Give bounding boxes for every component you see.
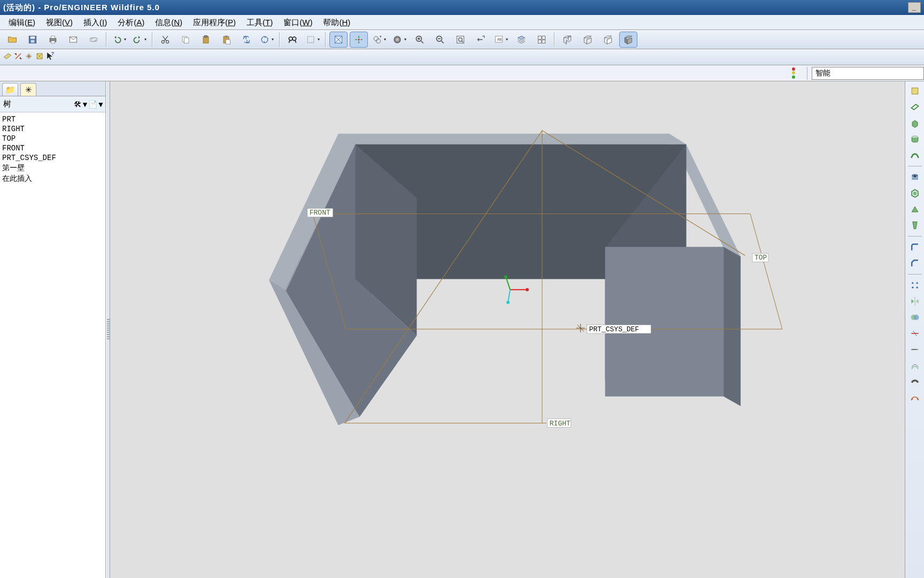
zoom-in-icon[interactable]: [411, 32, 429, 48]
round-icon[interactable]: [907, 240, 923, 255]
save-icon[interactable]: [24, 32, 42, 48]
shading-icon[interactable]: [619, 32, 637, 48]
mail-icon[interactable]: [64, 32, 82, 48]
menu-info[interactable]: 信息(N): [150, 17, 188, 29]
feature-toolbar: [905, 81, 924, 578]
svg-rect-12: [205, 35, 207, 37]
menu-help[interactable]: 帮助(H): [318, 17, 356, 29]
tree-show-icon[interactable]: 📄▼: [90, 98, 102, 110]
menu-tools[interactable]: 工具(T): [241, 17, 278, 29]
open-icon[interactable]: [3, 32, 21, 48]
rib-icon[interactable]: [907, 202, 923, 217]
svg-point-89: [912, 282, 913, 284]
datum-axis-display-icon[interactable]: [13, 51, 24, 64]
saved-views-icon[interactable]: AB▼: [492, 32, 510, 48]
tree-item[interactable]: TOP: [1, 134, 104, 143]
redo-icon[interactable]: ▼: [130, 32, 149, 48]
style-icon[interactable]: [907, 390, 923, 405]
svg-point-95: [911, 398, 913, 400]
minimize-button[interactable]: _: [908, 2, 921, 13]
menu-window[interactable]: 窗口(W): [278, 17, 318, 29]
tree-item[interactable]: 在此插入: [1, 173, 104, 184]
menu-insert[interactable]: 插入(I): [78, 17, 112, 29]
datum-point-display-icon[interactable]: [24, 51, 34, 64]
wireframe-icon[interactable]: [558, 32, 576, 48]
layers-icon[interactable]: [512, 32, 530, 48]
tree-item[interactable]: PRT_CSYS_DEF: [1, 153, 104, 163]
tree-settings-icon[interactable]: 🛠▼: [75, 98, 87, 110]
tab-folder-icon[interactable]: 📁: [2, 83, 18, 96]
hidden-line-icon[interactable]: [579, 32, 597, 48]
repaint-icon[interactable]: [329, 32, 348, 48]
pattern-icon[interactable]: [907, 278, 923, 293]
extrude-icon[interactable]: [907, 116, 923, 131]
splitter[interactable]: [106, 81, 110, 578]
spin-center-icon[interactable]: [350, 32, 368, 48]
shell-icon[interactable]: [907, 186, 923, 201]
paste-special-icon[interactable]: [217, 32, 235, 48]
datum-plane-display-icon[interactable]: [2, 51, 13, 64]
svg-marker-48: [338, 134, 687, 144]
regen-auto-icon[interactable]: ▼: [258, 32, 276, 48]
chamfer-icon[interactable]: [907, 256, 923, 271]
sketch-icon[interactable]: [907, 83, 923, 98]
tree-item[interactable]: PRT: [1, 115, 104, 124]
datum-plane-icon[interactable]: [907, 100, 923, 115]
help-cursor-icon[interactable]: ?: [45, 51, 56, 64]
offset-icon[interactable]: [907, 358, 923, 373]
zoom-out-icon[interactable]: [431, 32, 449, 48]
paste-icon[interactable]: [197, 32, 215, 48]
select-icon[interactable]: ▼: [304, 32, 322, 48]
3d-viewport[interactable]: FRONT TOP RIGHT PRT_CSYS_DEF: [110, 81, 905, 578]
view-manager-icon[interactable]: [533, 32, 551, 48]
tree-item[interactable]: 第一壁: [1, 163, 104, 173]
csys-triad: [504, 275, 529, 304]
tree-item[interactable]: FRONT: [1, 143, 104, 153]
svg-point-91: [912, 287, 913, 288]
datum-csys-display-icon[interactable]: [34, 51, 45, 64]
model-tree[interactable]: PRT RIGHT TOP FRONT PRT_CSYS_DEF 第一壁 在此插…: [0, 112, 105, 578]
svg-rect-32: [542, 36, 545, 39]
refit-icon[interactable]: [451, 32, 469, 48]
model-view: FRONT TOP RIGHT PRT_CSYS_DEF: [110, 81, 905, 578]
find-icon[interactable]: [283, 32, 302, 48]
menu-view[interactable]: 视图(V): [41, 17, 78, 29]
shade-icon[interactable]: ▼: [390, 32, 409, 48]
smart-filter-input[interactable]: [812, 67, 924, 80]
extend-icon[interactable]: [907, 342, 923, 357]
svg-rect-5: [51, 41, 55, 43]
merge-icon[interactable]: [907, 310, 923, 325]
tree-item[interactable]: RIGHT: [1, 124, 104, 134]
regen-icon[interactable]: [237, 32, 256, 48]
svg-rect-14: [225, 35, 228, 37]
undo-icon[interactable]: ▼: [110, 32, 128, 48]
draft-icon[interactable]: [907, 218, 923, 233]
svg-rect-2: [31, 40, 35, 42]
svg-rect-15: [226, 40, 230, 44]
no-hidden-icon[interactable]: [599, 32, 617, 48]
revolve-icon[interactable]: [907, 132, 923, 147]
svg-rect-31: [538, 36, 541, 39]
svg-point-17: [289, 37, 292, 41]
reorient-icon[interactable]: [472, 32, 490, 48]
sweep-icon[interactable]: [907, 148, 923, 163]
svg-point-90: [916, 282, 918, 284]
cut-icon[interactable]: [156, 32, 174, 48]
mirror-icon[interactable]: [907, 294, 923, 309]
thicken-icon[interactable]: [907, 374, 923, 389]
main-toolbar: ▼ ▼ ▼ ▼ ▼ ▼ AB▼: [0, 30, 924, 49]
link-icon[interactable]: [84, 32, 103, 48]
menu-apps[interactable]: 应用程序(P): [188, 17, 241, 29]
print-icon[interactable]: [44, 32, 62, 48]
traffic-light-icon[interactable]: [789, 67, 798, 79]
orient-icon[interactable]: ▼: [370, 32, 388, 48]
copy-icon[interactable]: [176, 32, 195, 48]
filter-row: [0, 65, 924, 81]
menu-analysis[interactable]: 分析(A): [112, 17, 150, 29]
svg-line-71: [508, 290, 510, 302]
trim-icon[interactable]: [907, 326, 923, 341]
svg-point-68: [526, 288, 529, 291]
tab-favorites-icon[interactable]: ✳: [20, 83, 36, 96]
menu-edit[interactable]: 编辑(E): [3, 17, 41, 29]
hole-icon[interactable]: [907, 170, 923, 185]
